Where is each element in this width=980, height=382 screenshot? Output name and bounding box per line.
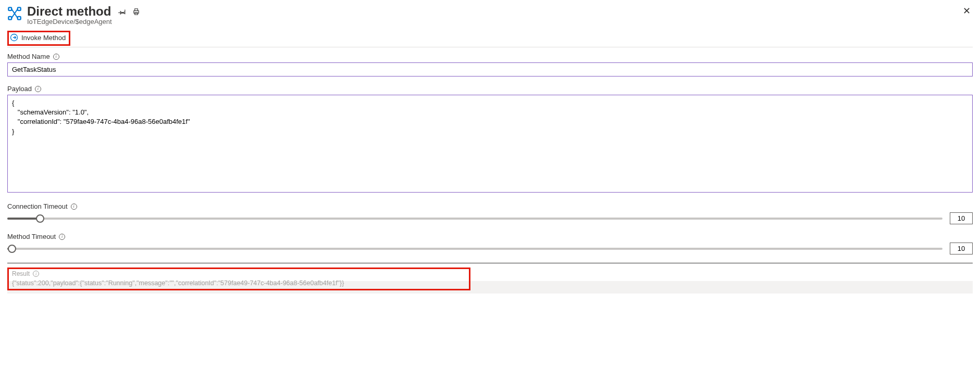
svg-rect-5 [135, 9, 138, 11]
info-icon[interactable]: i [33, 271, 39, 277]
method-timeout-slider[interactable] [7, 248, 942, 250]
method-timeout-label: Method Timeout [7, 233, 56, 240]
svg-rect-2 [8, 17, 11, 20]
divider [7, 263, 973, 263]
svg-rect-1 [18, 7, 21, 10]
svg-rect-0 [8, 7, 11, 10]
connection-timeout-value[interactable] [950, 212, 973, 224]
direct-method-icon [7, 6, 22, 21]
info-icon[interactable]: i [71, 203, 77, 210]
result-label: Result [12, 270, 30, 277]
pin-icon[interactable] [118, 4, 126, 19]
connection-timeout-label: Connection Timeout [7, 202, 68, 210]
invoke-method-button[interactable]: Invoke Method [10, 33, 66, 42]
payload-textarea[interactable] [7, 95, 973, 193]
print-icon[interactable] [132, 4, 140, 19]
method-name-label: Method Name [7, 53, 50, 60]
close-button[interactable]: ✕ [961, 4, 973, 18]
payload-label: Payload [7, 85, 32, 93]
svg-rect-3 [18, 17, 21, 20]
info-icon[interactable]: i [59, 234, 65, 240]
breadcrumb: IoTEdgeDevice/$edgeAgent [27, 18, 973, 26]
page-title: Direct method [27, 4, 111, 19]
connection-timeout-slider[interactable] [7, 218, 942, 220]
result-text: {"status":200,"payload":{"status":"Runni… [12, 279, 466, 287]
info-icon[interactable]: i [53, 54, 59, 60]
invoke-method-label: Invoke Method [21, 34, 66, 42]
info-icon[interactable]: i [35, 86, 41, 92]
method-name-input[interactable] [7, 62, 973, 77]
method-timeout-value[interactable] [950, 243, 973, 254]
